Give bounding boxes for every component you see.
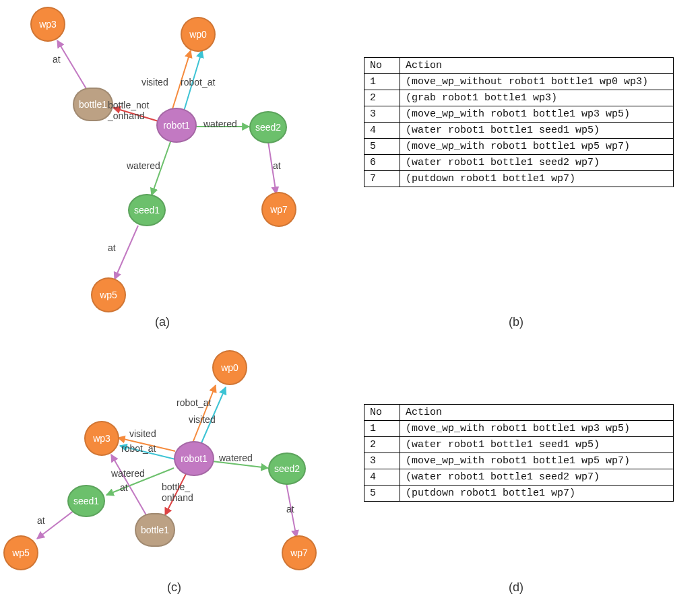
- node-wp5: wp5: [3, 535, 38, 570]
- cell-no: 4: [364, 469, 400, 486]
- edge-label-at-wp5: at: [108, 242, 116, 253]
- cell-action: (move_wp_without robot1 bottle1 wp0 wp3): [400, 74, 674, 90]
- cell-no: 6: [364, 155, 400, 171]
- cell-action: (move_wp_with robot1 bottle1 wp3 wp5): [400, 106, 674, 123]
- cell-no: 2: [364, 90, 400, 106]
- cell-action: (water robot1 bottle1 seed2 wp7): [400, 155, 674, 171]
- node-wp0: wp0: [181, 17, 216, 52]
- edge-label-robot-at-wp3: robot_at: [121, 443, 156, 454]
- node-label: wp5: [12, 547, 30, 558]
- node-seed2: seed2: [268, 453, 306, 485]
- node-robot1: robot1: [156, 108, 197, 143]
- table-row: 5(putdown robot1 bottle1 wp7): [364, 486, 674, 502]
- node-bottle1: bottle1: [135, 513, 175, 547]
- graph-a-edges: [0, 0, 337, 337]
- node-wp0: wp0: [212, 350, 247, 385]
- edge-label-robot-at: robot_at: [181, 77, 215, 88]
- node-wp3: wp3: [84, 421, 119, 456]
- table-row: 2(grab robot1 bottle1 wp3): [364, 90, 674, 106]
- edge-label-visited: visited: [141, 77, 168, 88]
- edge-label-watered-seed1: watered: [127, 160, 160, 171]
- table-row: 1(move_wp_without robot1 bottle1 wp0 wp3…: [364, 74, 674, 90]
- node-label: wp0: [189, 29, 207, 40]
- cell-action: (grab robot1 bottle1 wp3): [400, 90, 674, 106]
- table-header-row: No Action: [364, 405, 674, 421]
- cell-no: 1: [364, 74, 400, 90]
- node-seed1: seed1: [128, 194, 166, 226]
- cell-action: (water robot1 bottle1 seed1 wp5): [400, 123, 674, 139]
- cell-no: 3: [364, 106, 400, 123]
- edge-label-at-seed1: at: [120, 482, 128, 493]
- table-row: 5(move_wp_with robot1 bottle1 wp5 wp7): [364, 139, 674, 155]
- edge-label-at-wp7: at: [286, 504, 294, 514]
- cell-no: 3: [364, 453, 400, 469]
- edge-label-at: at: [53, 54, 61, 65]
- node-label: wp0: [221, 362, 238, 373]
- node-label: wp3: [39, 19, 57, 30]
- node-label: robot1: [163, 120, 190, 131]
- edge-label-robot-at-wp0: robot_at: [177, 397, 211, 408]
- edge-label-at-wp7: at: [273, 160, 281, 171]
- table-row: 3(move_wp_with robot1 bottle1 wp3 wp5): [364, 106, 674, 123]
- cell-action: (move_wp_with robot1 bottle1 wp5 wp7): [400, 139, 674, 155]
- cell-action: (water robot1 bottle1 seed2 wp7): [400, 469, 674, 486]
- caption-c: (c): [167, 580, 181, 595]
- edge-label-watered-seed2: watered: [219, 453, 253, 463]
- svg-line-0: [57, 40, 88, 91]
- edge-label-watered-seed1: watered: [111, 468, 145, 479]
- caption-d: (d): [509, 580, 523, 595]
- node-robot1: robot1: [174, 441, 214, 476]
- plan-table-d: No Action 1(move_wp_with robot1 bottle1 …: [364, 404, 674, 502]
- edge-label-bottle-not-onhand: bottle_not _onhand: [108, 100, 150, 121]
- node-label: wp5: [100, 290, 117, 300]
- node-wp3: wp3: [30, 7, 65, 42]
- plan-table-b: No Action 1(move_wp_without robot1 bottl…: [364, 57, 674, 187]
- cell-action: (water robot1 bottle1 seed1 wp5): [400, 437, 674, 453]
- cell-action: (putdown robot1 bottle1 wp7): [400, 171, 674, 187]
- col-no: No: [364, 58, 400, 74]
- table-header-row: No Action: [364, 58, 674, 74]
- node-seed2: seed2: [249, 111, 287, 143]
- node-label: wp3: [93, 433, 110, 444]
- col-action: Action: [400, 405, 674, 421]
- cell-no: 4: [364, 123, 400, 139]
- col-action: Action: [400, 58, 674, 74]
- node-label: seed1: [73, 496, 99, 506]
- node-seed1: seed1: [67, 485, 105, 517]
- node-label: wp7: [290, 547, 308, 558]
- node-label: wp7: [270, 204, 288, 215]
- cell-no: 5: [364, 486, 400, 502]
- table-row: 3(move_wp_with robot1 bottle1 wp5 wp7): [364, 453, 674, 469]
- table-row: 2(water robot1 bottle1 seed1 wp5): [364, 437, 674, 453]
- edge-label-watered-seed2: watered: [203, 119, 237, 129]
- node-label: bottle1: [141, 525, 169, 535]
- cell-no: 2: [364, 437, 400, 453]
- table-row: 1(move_wp_with robot1 bottle1 wp3 wp5): [364, 421, 674, 437]
- cell-no: 7: [364, 171, 400, 187]
- node-label: seed2: [274, 463, 300, 474]
- figure-grid: wp3 wp0 bottle1 robot1 seed2 seed1 wp7 w…: [0, 0, 700, 602]
- cell-no: 5: [364, 139, 400, 155]
- cell-action: (putdown robot1 bottle1 wp7): [400, 486, 674, 502]
- node-wp7: wp7: [282, 535, 317, 570]
- table-row: 4(water robot1 bottle1 seed2 wp7): [364, 469, 674, 486]
- node-label: seed1: [134, 205, 160, 215]
- cell-action: (move_wp_with robot1 bottle1 wp3 wp5): [400, 421, 674, 437]
- edge-label-at-wp5: at: [37, 515, 45, 526]
- node-wp5: wp5: [91, 277, 126, 312]
- cell-no: 1: [364, 421, 400, 437]
- svg-line-13: [111, 455, 148, 519]
- node-label: seed2: [255, 122, 281, 133]
- caption-a: (a): [155, 315, 170, 329]
- edge-label-bottle-onhand: bottle_ onhand: [162, 481, 193, 503]
- node-label: bottle1: [79, 99, 107, 110]
- table-row: 6(water robot1 bottle1 seed2 wp7): [364, 155, 674, 171]
- table-row: 4(water robot1 bottle1 seed1 wp5): [364, 123, 674, 139]
- cell-action: (move_wp_with robot1 bottle1 wp5 wp7): [400, 453, 674, 469]
- caption-b: (b): [509, 315, 523, 329]
- col-no: No: [364, 405, 400, 421]
- edge-label-visited-wp3: visited: [129, 428, 156, 439]
- svg-line-7: [115, 226, 138, 279]
- edge-label-visited-wp0: visited: [189, 414, 216, 425]
- node-wp7: wp7: [261, 192, 296, 227]
